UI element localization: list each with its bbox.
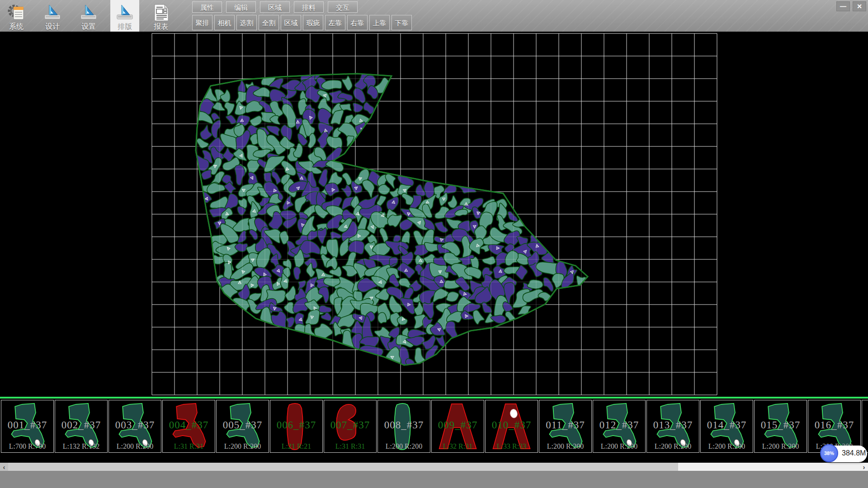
menu-region[interactable]: 区域 <box>260 1 290 13</box>
tool-select-cut[interactable]: 选割 <box>236 15 257 30</box>
thumbnail-012_#37[interactable]: 012_#37L:200 R:200 <box>593 400 646 453</box>
main-tab-bar: 系统设计设置排版报表 <box>2 0 175 32</box>
scrollbar-thumb[interactable] <box>8 463 678 471</box>
piece-lr-count: L:31 R:31 <box>324 442 376 450</box>
thumbnail-008_#37[interactable]: 008_#37L:200 R:200 <box>377 400 430 453</box>
window-controls: — ✕ <box>836 1 866 11</box>
piece-name: 017_#37 <box>862 419 868 431</box>
tool-snap-left[interactable]: 左靠 <box>325 15 345 30</box>
piece-name: 004_#37 <box>163 419 215 431</box>
main-tab-system[interactable]: 系统 <box>2 0 31 32</box>
piece-thumbnail-strip: 001_#37L:700 R:700002_#37L:132 R:132003_… <box>0 399 868 463</box>
piece-lr-count: L:200 R:200 <box>378 442 430 450</box>
thumbnail-010_#37[interactable]: 010_#37L:33 R:33 <box>485 400 538 453</box>
thumbnail-003_#37[interactable]: 003_#37L:200 R:200 <box>108 400 161 453</box>
piece-lr-count: L:200 R:200 <box>647 442 699 450</box>
scroll-left-arrow-icon[interactable]: ‹ <box>0 463 8 471</box>
piece-name: 011_#37 <box>539 419 591 431</box>
thumbnail-009_#37[interactable]: 009_#37L:32 R:31 <box>431 400 484 453</box>
main-tab-label: 设置 <box>81 23 96 31</box>
piece-name: 010_#37 <box>486 419 538 431</box>
thumbnail-017_#37[interactable]: 017_#37L:200 R:200 <box>862 400 868 453</box>
piece-name: 005_#37 <box>217 419 269 431</box>
piece-lr-count: L:200 R:200 <box>109 442 161 450</box>
close-button[interactable]: ✕ <box>853 1 866 11</box>
thumbnail-015_#37[interactable]: 015_#37L:200 R:200 <box>754 400 807 453</box>
piece-lr-count: L:200 R:200 <box>755 442 807 450</box>
thumbnail-001_#37[interactable]: 001_#37L:700 R:700 <box>1 400 54 453</box>
piece-lr-count: L:200 R:200 <box>701 442 753 450</box>
main-tab-label: 设计 <box>45 23 60 31</box>
tool-snap-down[interactable]: 下靠 <box>392 15 412 30</box>
piece-name: 009_#37 <box>432 419 484 431</box>
main-tab-label: 排版 <box>118 23 132 31</box>
progress-badge-size: 384.8M <box>842 449 866 457</box>
menu-properties[interactable]: 属性 <box>192 1 222 13</box>
tool-snap-right[interactable]: 右靠 <box>347 15 368 30</box>
menu-bar: 属性编辑区域排料交互 <box>192 1 358 13</box>
thumbnail-013_#37[interactable]: 013_#37L:200 R:200 <box>646 400 699 453</box>
status-bar <box>0 471 868 488</box>
piece-name: 001_#37 <box>1 419 53 431</box>
main-tab-design[interactable]: 设计 <box>38 0 67 32</box>
gear-doc-icon <box>6 3 26 23</box>
thumbnail-011_#37[interactable]: 011_#37L:200 R:200 <box>539 400 592 453</box>
main-tab-nesting[interactable]: 排版 <box>110 0 139 32</box>
thumbnail-006_#37[interactable]: 006_#37L:21 R:21 <box>270 400 323 453</box>
progress-badge-percent: 38% <box>820 444 838 462</box>
canvas-svg <box>0 32 868 396</box>
triangle-ruler-icon <box>115 3 135 23</box>
tool-bar: 聚排相机选割全割区域瑕疵左靠右靠上靠下靠 <box>192 15 412 30</box>
triangle-ruler-icon <box>79 3 99 23</box>
tool-camera[interactable]: 相机 <box>214 15 235 30</box>
app-window: 系统设计设置排版报表 属性编辑区域排料交互 聚排相机选割全割区域瑕疵左靠右靠上靠… <box>0 0 868 488</box>
thumbnail-002_#37[interactable]: 002_#37L:132 R:132 <box>55 400 108 453</box>
toolbar: 系统设计设置排版报表 属性编辑区域排料交互 聚排相机选割全割区域瑕疵左靠右靠上靠… <box>0 0 868 32</box>
piece-lr-count: L:200 R:200 <box>217 442 269 450</box>
tool-defect[interactable]: 瑕疵 <box>303 15 323 30</box>
main-tab-label: 报表 <box>154 23 168 31</box>
piece-lr-count: L:32 R:31 <box>432 442 484 450</box>
thumbnail-004_#37[interactable]: 004_#37L:31 R:31 <box>162 400 215 453</box>
tool-snap-up[interactable]: 上靠 <box>369 15 390 30</box>
triangle-ruler-icon <box>42 3 62 23</box>
menu-interactive[interactable]: 交互 <box>328 1 358 13</box>
piece-lr-count: L:33 R:33 <box>486 442 538 450</box>
piece-lr-count: L:200 R:200 <box>593 442 645 450</box>
tool-region[interactable]: 区域 <box>281 15 301 30</box>
report-doc-icon <box>151 3 171 23</box>
tool-cluster-nest[interactable]: 聚排 <box>192 15 212 30</box>
piece-name: 006_#37 <box>270 419 322 431</box>
tool-cut-all[interactable]: 全割 <box>259 15 279 30</box>
menu-edit[interactable]: 编辑 <box>226 1 256 13</box>
minimize-button[interactable]: — <box>836 1 850 11</box>
thumbnail-016_#37[interactable]: 016_#37L:200 R:200 <box>808 400 861 453</box>
thumbnail-007_#37[interactable]: 007_#37L:31 R:31 <box>324 400 377 453</box>
piece-lr-count: L:700 R:700 <box>1 442 53 450</box>
thumbnail-005_#37[interactable]: 005_#37L:200 R:200 <box>216 400 269 453</box>
piece-name: 002_#37 <box>55 419 107 431</box>
piece-name: 014_#37 <box>701 419 753 431</box>
piece-lr-count: L:21 R:21 <box>270 442 322 450</box>
horizontal-scrollbar[interactable]: ‹ › <box>0 463 868 471</box>
main-tab-label: 系统 <box>9 23 24 31</box>
piece-name: 003_#37 <box>109 419 161 431</box>
piece-name: 007_#37 <box>324 419 376 431</box>
piece-name: 016_#37 <box>808 419 860 431</box>
main-tab-settings[interactable]: 设置 <box>74 0 103 32</box>
piece-lr-count: L:132 R:132 <box>55 442 107 450</box>
strip-separator <box>0 397 868 399</box>
piece-lr-count: L:31 R:31 <box>163 442 215 450</box>
piece-name: 015_#37 <box>755 419 807 431</box>
scroll-right-arrow-icon[interactable]: › <box>860 463 868 471</box>
piece-name: 008_#37 <box>378 419 430 431</box>
thumbnail-014_#37[interactable]: 014_#37L:200 R:200 <box>700 400 753 453</box>
piece-name: 012_#37 <box>593 419 645 431</box>
main-tab-report[interactable]: 报表 <box>146 0 175 32</box>
menu-nest[interactable]: 排料 <box>294 1 324 13</box>
nesting-canvas[interactable] <box>0 32 868 396</box>
piece-lr-count: L:200 R:200 <box>539 442 591 450</box>
piece-name: 013_#37 <box>647 419 699 431</box>
